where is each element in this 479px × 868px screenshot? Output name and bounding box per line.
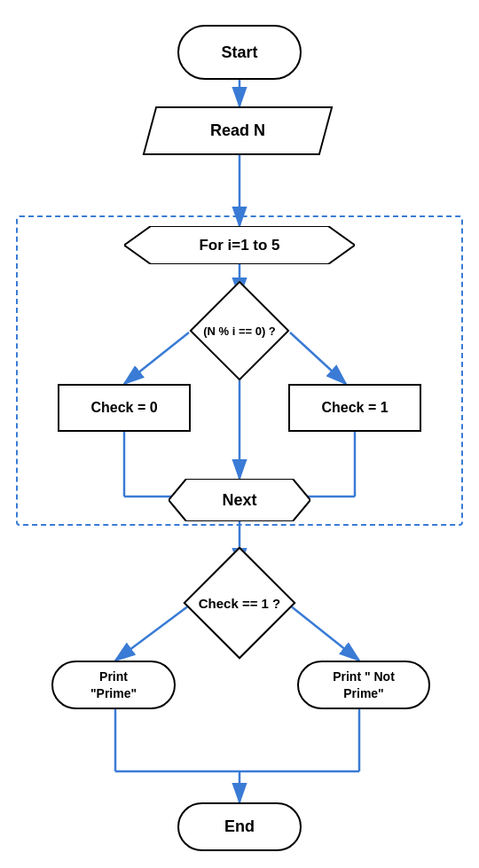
condition2-shape: Check == 1 ? [164, 559, 315, 647]
end-label: End [224, 817, 255, 836]
condition1-shape: (N % i == 0) ? [164, 291, 315, 371]
start-label: Start [221, 43, 257, 62]
for-loop-shape: For i=1 to 5 [124, 226, 355, 264]
check1-label: Check = 1 [321, 400, 388, 416]
end-shape: End [177, 802, 302, 851]
flowchart: Start Read N For i=1 to 5 (N % i == 0) ?… [0, 0, 479, 868]
print-notprime-label: Print " Not Prime" [333, 669, 395, 700]
readn-label: Read N [210, 121, 265, 140]
next-label: Next [222, 491, 256, 510]
check0-label: Check = 0 [90, 400, 157, 416]
readn-shape: Read N [143, 106, 334, 155]
next-shape: Next [169, 479, 310, 521]
start-shape: Start [177, 25, 302, 80]
print-prime-shape: Print "Prime" [51, 661, 176, 709]
print-notprime-shape: Print " Not Prime" [297, 661, 430, 709]
check0-shape: Check = 0 [58, 384, 191, 432]
print-prime-label: Print "Prime" [90, 669, 137, 700]
for-loop-label: For i=1 to 5 [199, 237, 279, 254]
check1-shape: Check = 1 [288, 384, 421, 432]
